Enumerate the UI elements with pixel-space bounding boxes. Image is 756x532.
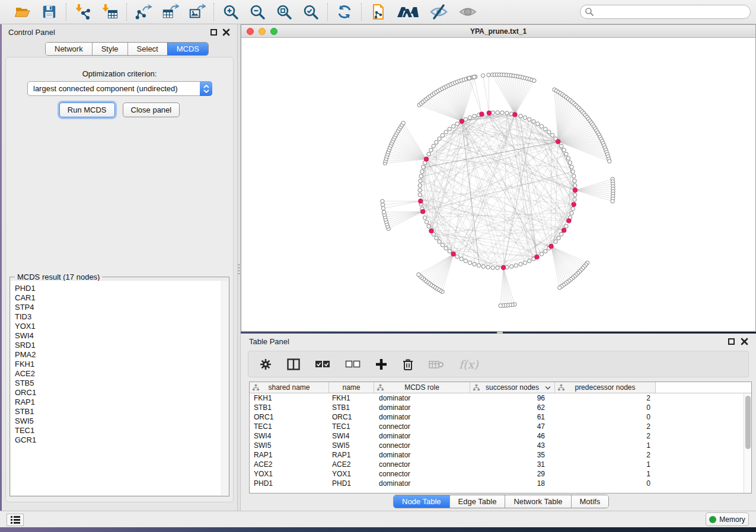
table-cell[interactable]: 2: [555, 393, 656, 403]
network-node[interactable]: [418, 184, 422, 187]
leaf-node[interactable]: [381, 206, 385, 210]
network-node[interactable]: [528, 117, 531, 121]
hide-panel-button[interactable]: [429, 3, 449, 21]
table-cell[interactable]: 2: [555, 431, 656, 441]
table-row[interactable]: STB1STB1dominator620: [250, 403, 751, 412]
network-node[interactable]: [519, 114, 522, 118]
network-node[interactable]: [544, 127, 547, 131]
table-row[interactable]: RAP1RAP1dominator352: [250, 450, 751, 460]
leaf-node[interactable]: [558, 286, 562, 289]
mcds-result-item[interactable]: ACE2: [15, 369, 221, 379]
zoom-in-button[interactable]: [222, 3, 240, 21]
network-node[interactable]: [564, 225, 568, 228]
tab-style[interactable]: Style: [92, 43, 127, 55]
table-cell[interactable]: STB1: [329, 403, 374, 412]
table-cell[interactable]: dominator: [374, 412, 470, 422]
tab-motifs[interactable]: Motifs: [571, 495, 609, 508]
table-cell[interactable]: 1: [555, 460, 656, 469]
network-node[interactable]: [544, 249, 547, 253]
table-cell[interactable]: 0: [555, 403, 656, 412]
table-row[interactable]: ACE2ACE2connector311: [250, 460, 751, 469]
network-node[interactable]: [570, 165, 573, 169]
network-node[interactable]: [571, 169, 575, 173]
mcds-result-item[interactable]: SWI4: [15, 331, 221, 341]
network-node[interactable]: [550, 133, 554, 137]
network-node[interactable]: [486, 265, 490, 269]
mcds-node[interactable]: [567, 219, 572, 223]
mcds-node[interactable]: [487, 111, 492, 116]
zoom-selected-button[interactable]: [302, 3, 320, 21]
float-table-panel-icon[interactable]: [728, 338, 735, 345]
import-table-button[interactable]: [101, 3, 119, 21]
network-node[interactable]: [425, 220, 428, 224]
export-network-button[interactable]: [135, 3, 152, 21]
leaf-node[interactable]: [481, 73, 484, 77]
network-node[interactable]: [573, 193, 577, 197]
mcds-result-item[interactable]: TEC1: [15, 426, 221, 435]
leaf-node[interactable]: [467, 76, 471, 80]
network-node[interactable]: [500, 111, 504, 114]
network-node[interactable]: [570, 211, 573, 215]
table-cell[interactable]: 0: [555, 412, 656, 422]
criterion-dropdown[interactable]: largest connected component (undirected): [27, 81, 212, 96]
network-node[interactable]: [418, 193, 422, 197]
deselect-all-columns-button[interactable]: [345, 360, 361, 368]
table-scrollbar-thumb[interactable]: [745, 396, 751, 449]
table-cell[interactable]: 18: [470, 479, 555, 488]
mcds-node[interactable]: [535, 255, 540, 259]
leaf-node[interactable]: [382, 210, 385, 214]
table-cell[interactable]: 47: [470, 422, 555, 431]
float-panel-icon[interactable]: [210, 29, 217, 36]
table-cell[interactable]: 1: [555, 441, 656, 450]
network-node[interactable]: [477, 264, 480, 267]
tab-select[interactable]: Select: [127, 43, 167, 55]
table-cell[interactable]: 1: [555, 469, 656, 479]
network-node[interactable]: [514, 264, 518, 267]
table-cell[interactable]: FKH1: [250, 393, 329, 403]
mcds-node[interactable]: [513, 112, 518, 117]
network-node[interactable]: [438, 240, 441, 243]
mcds-node[interactable]: [556, 139, 560, 144]
table-cell[interactable]: connector: [374, 422, 470, 431]
network-node[interactable]: [566, 156, 570, 160]
network-node[interactable]: [420, 169, 424, 173]
table-row[interactable]: ORC1ORC1dominator610: [250, 412, 751, 422]
toggle-column-panel-button[interactable]: [287, 358, 300, 370]
network-node[interactable]: [441, 133, 444, 137]
network-window-titlebar[interactable]: YPA_prune.txt_1: [241, 25, 755, 38]
network-node[interactable]: [441, 243, 444, 246]
column-header-successor-nodes[interactable]: successor nodes: [470, 382, 555, 393]
network-node[interactable]: [418, 188, 422, 192]
table-cell[interactable]: 31: [470, 460, 555, 469]
mcds-node[interactable]: [418, 199, 423, 204]
search-network-button[interactable]: [396, 3, 420, 21]
mcds-result-list[interactable]: PHD1CAR1STP4TID3YOX1SWI4SRD1PMA2FKH1ACE2…: [11, 281, 221, 495]
network-node[interactable]: [455, 255, 459, 258]
show-panel-button[interactable]: [458, 3, 478, 21]
table-cell[interactable]: dominator: [374, 450, 470, 460]
network-node[interactable]: [473, 262, 476, 266]
search-input[interactable]: [594, 6, 750, 18]
delete-table-button[interactable]: [429, 360, 444, 369]
table-options-button[interactable]: [259, 358, 272, 371]
table-cell[interactable]: ACE2: [329, 460, 374, 469]
table-cell[interactable]: dominator: [374, 403, 470, 412]
export-image-button[interactable]: [188, 3, 206, 21]
mcds-result-item[interactable]: STB1: [15, 407, 221, 416]
network-node[interactable]: [481, 265, 485, 268]
network-node[interactable]: [554, 240, 557, 243]
tab-node-table[interactable]: Node Table: [394, 495, 449, 508]
table-cell[interactable]: 0: [555, 479, 656, 488]
mcds-node[interactable]: [572, 202, 576, 207]
table-row[interactable]: YOX1YOX1connector291: [250, 469, 751, 479]
table-cell[interactable]: dominator: [374, 479, 470, 488]
network-node[interactable]: [496, 266, 499, 270]
table-row[interactable]: TEC1TEC1connector472: [250, 422, 751, 431]
leaf-node[interactable]: [473, 75, 476, 79]
network-node[interactable]: [523, 116, 527, 119]
table-cell[interactable]: connector: [374, 469, 470, 479]
table-scrollbar[interactable]: [744, 393, 751, 493]
network-node[interactable]: [464, 259, 467, 262]
mcds-result-item[interactable]: SRD1: [15, 341, 221, 350]
network-node[interactable]: [460, 257, 463, 261]
